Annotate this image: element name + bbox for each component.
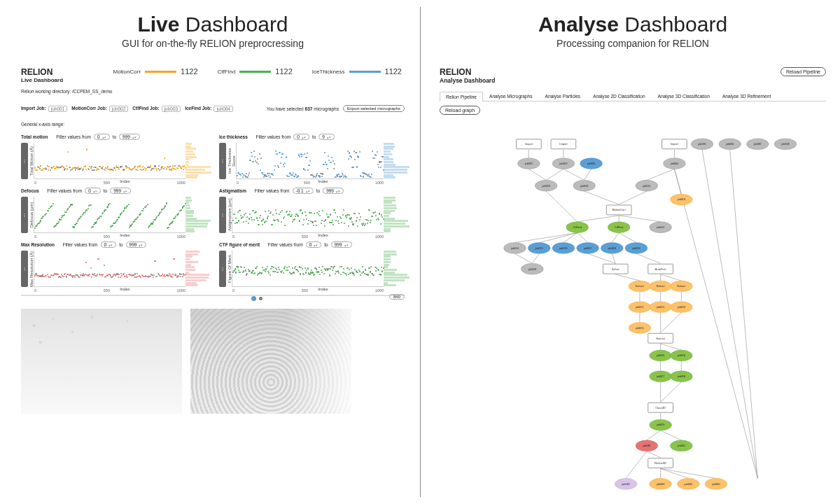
- graph-node-ellipse[interactable]: job013: [671, 194, 693, 205]
- graph-node-ellipse[interactable]: job002: [552, 158, 575, 169]
- tab-analyse-particles[interactable]: Analyse Particles: [539, 91, 587, 101]
- graph-node-ellipse[interactable]: job021: [629, 302, 651, 313]
- filter-from[interactable]: 0▴▾: [101, 241, 117, 248]
- graph-node-ellipse[interactable]: job012: [650, 222, 672, 233]
- tab-analyse-micrographs[interactable]: Analyse Micrographs: [483, 91, 539, 101]
- scatter-plot[interactable]: 05001000: [34, 251, 186, 287]
- graph-node-ellipse[interactable]: job025: [650, 350, 672, 361]
- graph-node-box[interactable]: Class3D: [648, 402, 673, 412]
- graph-node-ellipse[interactable]: job030: [636, 440, 658, 451]
- graph-node-ellipse[interactable]: job007: [746, 139, 769, 150]
- scatter-plot[interactable]: 05001000: [232, 251, 384, 287]
- graph-node-ellipse[interactable]: job022: [650, 302, 672, 313]
- graph-node-ellipse[interactable]: job009: [535, 180, 557, 191]
- graph-node-ellipse[interactable]: job004: [664, 158, 686, 169]
- graph-node-ellipse[interactable]: job001: [518, 158, 540, 169]
- micrograph-preview[interactable]: [21, 309, 182, 414]
- graph-node-ellipse[interactable]: Extract: [629, 281, 651, 292]
- graph-node-ellipse[interactable]: Extract: [650, 281, 672, 292]
- graph-node-ellipse[interactable]: CtfFind: [566, 222, 589, 233]
- graph-node-ellipse[interactable]: job015: [528, 243, 550, 254]
- chart-panel: Astigmatism Filter values from-0.1▴▾to99…: [219, 188, 412, 237]
- slider-value[interactable]: 840: [389, 294, 405, 300]
- svg-line-19: [619, 233, 636, 243]
- filter-to[interactable]: 999▴▾: [119, 134, 140, 140]
- graph-node-ellipse[interactable]: job017: [577, 243, 599, 254]
- svg-text:MotionCorr: MotionCorr: [612, 208, 626, 211]
- chart-tab[interactable]: ⋮: [21, 197, 28, 233]
- graph-node-ellipse[interactable]: job010: [573, 180, 596, 191]
- filter-to[interactable]: 999▴▾: [323, 188, 344, 194]
- svg-line-34: [661, 313, 682, 333]
- graph-node-ellipse[interactable]: job003: [580, 158, 603, 169]
- graph-node-ellipse[interactable]: job024: [629, 322, 651, 333]
- tab-analyse-3d-classification[interactable]: Analyse 3D Classification: [652, 91, 716, 101]
- left-title: Live Dashboard: [21, 13, 405, 36]
- scatter-plot[interactable]: 05001000: [34, 197, 186, 233]
- ctf-preview[interactable]: [190, 309, 351, 414]
- graph-node-box[interactable]: Select: [603, 264, 628, 274]
- tab-analyse-3d-refinement[interactable]: Analyse 3D Refinement: [716, 91, 777, 101]
- tab-relion-pipeline[interactable]: Relion Pipeline: [440, 92, 483, 102]
- job-selector[interactable]: MotionCorr Job:job002: [71, 106, 128, 112]
- filter-to[interactable]: 999▴▾: [331, 241, 352, 248]
- graph-node-box[interactable]: AutoPick: [648, 264, 673, 274]
- graph-node-box[interactable]: MotionCorr: [606, 205, 631, 215]
- chart-tab[interactable]: ⋮: [219, 251, 226, 287]
- graph-node-ellipse[interactable]: job029: [650, 419, 672, 430]
- graph-node-ellipse[interactable]: job034: [677, 478, 699, 489]
- svg-text:job031: job031: [677, 444, 685, 447]
- chart-tab[interactable]: ⋮: [219, 143, 226, 179]
- graph-node-ellipse[interactable]: job011: [636, 180, 658, 191]
- graph-node-ellipse[interactable]: job008: [774, 139, 797, 150]
- chart-tab[interactable]: ⋮: [21, 251, 28, 287]
- pipeline-graph[interactable]: ImportImportImportMotionCorrSelectAutoPi…: [440, 130, 826, 504]
- tab-analyse-2d-classification[interactable]: Analyse 2D Classification: [587, 91, 651, 101]
- graph-node-ellipse[interactable]: job032: [615, 478, 637, 489]
- svg-text:job001: job001: [524, 162, 533, 165]
- filter-from[interactable]: -0.1▴▾: [293, 188, 314, 194]
- scatter-plot[interactable]: 05001000: [34, 143, 186, 179]
- graph-node-box[interactable]: Extract: [648, 333, 673, 343]
- reload-graph-button[interactable]: Reload graph: [440, 106, 480, 115]
- graph-node-box[interactable]: Refine3D: [648, 458, 673, 468]
- graph-node-ellipse[interactable]: job019: [625, 243, 648, 254]
- graph-node-ellipse[interactable]: job018: [601, 243, 623, 254]
- graph-node-ellipse[interactable]: job020: [521, 263, 543, 274]
- job-selector[interactable]: IceFind Job:job004: [185, 106, 233, 112]
- graph-node-ellipse[interactable]: job027: [650, 371, 672, 382]
- graph-node-box[interactable]: Import: [517, 139, 542, 149]
- graph-node-ellipse[interactable]: CtfFind: [608, 222, 630, 233]
- graph-node-box[interactable]: Import: [662, 139, 687, 149]
- graph-node-ellipse[interactable]: job005: [691, 139, 713, 150]
- filter-from[interactable]: 0▴▾: [94, 134, 110, 140]
- filter-to[interactable]: 999▴▾: [110, 188, 131, 194]
- filter-to[interactable]: 9▴▾: [318, 134, 335, 140]
- graph-node-ellipse[interactable]: Extract: [671, 281, 693, 292]
- chart-tab[interactable]: ⋮: [219, 197, 226, 233]
- scatter-plot[interactable]: 05001000: [232, 197, 384, 233]
- graph-node-ellipse[interactable]: job023: [671, 302, 693, 313]
- filter-from[interactable]: 0▴▾: [306, 241, 322, 248]
- scatter-plot[interactable]: 05001000: [236, 143, 384, 179]
- graph-node-ellipse[interactable]: job026: [671, 350, 693, 361]
- index-slider[interactable]: 840: [21, 295, 405, 303]
- graph-node-ellipse[interactable]: job033: [650, 478, 672, 489]
- graph-node-ellipse[interactable]: job031: [671, 440, 693, 451]
- graph-node-ellipse[interactable]: job028: [671, 371, 693, 382]
- job-selector[interactable]: Import Job:job001: [21, 106, 67, 112]
- chart-tab[interactable]: ⋮: [21, 143, 28, 179]
- reload-pipeline-button[interactable]: Reload Pipeline: [780, 67, 826, 76]
- chart-panel: Total motion Filter values from0▴▾to999▴…: [21, 134, 214, 183]
- graph-node-ellipse[interactable]: job016: [552, 243, 575, 254]
- graph-node-box[interactable]: Import: [551, 139, 576, 149]
- graph-node-ellipse[interactable]: job035: [705, 478, 727, 489]
- filter-from[interactable]: 0▴▾: [85, 188, 101, 194]
- filter-to[interactable]: 999▴▾: [126, 241, 147, 248]
- filter-from[interactable]: 0▴▾: [293, 134, 309, 140]
- export-button[interactable]: Export selected micrographs: [343, 105, 405, 112]
- stat-icethickness: IceThickness1122: [312, 67, 402, 76]
- job-selector[interactable]: CtfFind Job:job003: [132, 106, 181, 112]
- graph-node-ellipse[interactable]: job014: [504, 243, 526, 254]
- graph-node-ellipse[interactable]: job006: [719, 139, 741, 150]
